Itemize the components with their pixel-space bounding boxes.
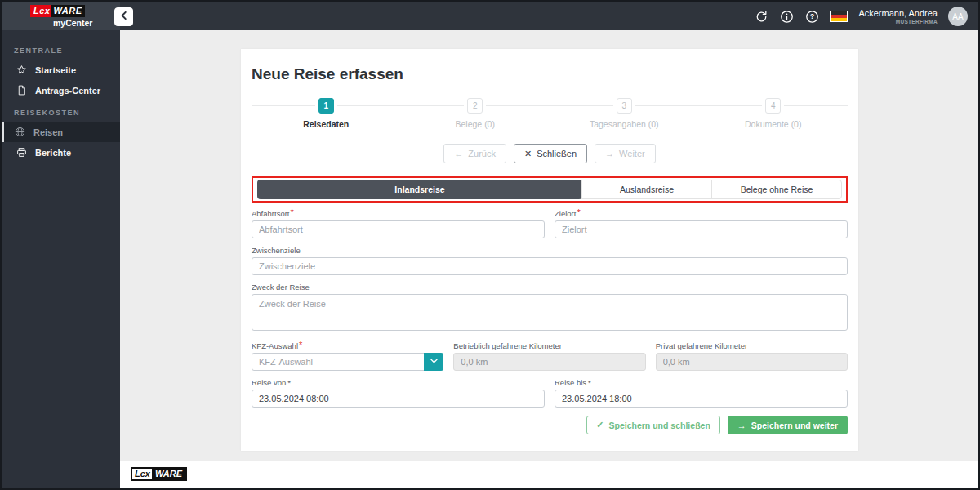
sidebar-item-label: Antrags-Center	[35, 86, 100, 96]
arrow-right-icon: →	[737, 421, 746, 430]
abfahrtsort-input[interactable]	[252, 220, 545, 238]
kfz-dropdown-button[interactable]	[424, 353, 443, 371]
step-dokumente[interactable]: 4 Dokumente (0)	[699, 98, 849, 129]
info-icon[interactable]	[779, 9, 794, 24]
sidebar-item-startseite[interactable]: Startseite	[2, 60, 120, 80]
step-number[interactable]: 2	[467, 98, 483, 114]
lexware-logo: LexWARE	[30, 5, 120, 17]
kfz-label: KFZ-Auswahl*	[252, 341, 443, 350]
required-marker: *	[290, 207, 293, 217]
refresh-icon[interactable]	[754, 9, 768, 24]
brand-logo: LexWARE myCenter	[2, 2, 120, 30]
wizard-stepper: 1 Reisedaten 2 Belege (0) 3 Tagesangaben…	[252, 98, 848, 129]
abfahrtsort-label: Abfahrtsort*	[252, 209, 545, 218]
betrieblich-km-label: Betrieblich gefahrene Kilometer	[453, 341, 645, 350]
step-number[interactable]: 1	[318, 98, 334, 114]
user-info[interactable]: Ackermann, Andrea MUSTERFIRMA	[858, 8, 938, 24]
back-step-label: Zurück	[468, 149, 496, 158]
zwischenziele-input[interactable]	[252, 257, 848, 275]
privat-km-label: Privat gefahrene Kilometer	[656, 341, 848, 350]
annotation-highlight-box: Inlandsreise Auslandsreise Belege ohne R…	[252, 176, 848, 203]
app-window: LexWARE myCenter ? Ackermann, Andrea	[0, 0, 980, 490]
document-icon	[16, 85, 27, 96]
logo-lex: Lex	[30, 5, 51, 17]
footer-logo-lex: Lex	[131, 467, 154, 481]
tab-inlandsreise[interactable]: Inlandsreise	[257, 180, 582, 199]
step-label: Dokumente (0)	[745, 119, 801, 129]
sidebar-item-label: Reisen	[33, 127, 63, 137]
sidebar-item-label: Berichte	[35, 148, 71, 158]
tab-belege-ohne-reise[interactable]: Belege ohne Reise	[711, 180, 841, 198]
close-label: Schließen	[537, 149, 577, 158]
sidebar-item-antrags-center[interactable]: Antrags-Center	[2, 80, 120, 100]
chevron-left-icon	[118, 10, 130, 24]
zielort-input[interactable]	[555, 220, 848, 238]
help-icon[interactable]: ?	[804, 9, 819, 24]
zwischenziele-label: Zwischenziele	[252, 246, 848, 255]
save-next-label: Speichern und weiter	[751, 421, 838, 430]
trip-form-card: Neue Reise erfassen 1 Reisedaten 2 Beleg…	[241, 49, 858, 451]
save-close-label: Speichern und schließen	[609, 421, 710, 430]
printer-icon	[16, 147, 27, 158]
step-label: Tagesangaben (0)	[590, 119, 659, 129]
language-flag-german[interactable]	[830, 11, 848, 22]
required-marker: *	[287, 378, 291, 387]
close-button[interactable]: ✕ Schließen	[514, 144, 587, 163]
content-area: Neue Reise erfassen 1 Reisedaten 2 Beleg…	[120, 30, 978, 461]
privat-km-input	[656, 353, 848, 371]
sidebar-section-zentrale: ZENTRALE	[2, 38, 120, 60]
user-company: MUSTERFIRMA	[858, 19, 938, 24]
required-marker: *	[577, 207, 580, 217]
reise-von-label: Reise von*	[252, 378, 545, 387]
user-name: Ackermann, Andrea	[858, 8, 938, 19]
kfz-select-input[interactable]	[252, 353, 443, 371]
save-actions: ✓ Speichern und schließen → Speichern un…	[252, 416, 848, 434]
required-marker: *	[299, 340, 302, 350]
sidebar-item-berichte[interactable]: Berichte	[2, 142, 120, 163]
star-icon	[16, 65, 27, 75]
wizard-nav: ← Zurück ✕ Schließen → Weiter	[252, 144, 848, 163]
zielort-label: Zielort*	[555, 209, 848, 218]
step-reisedaten[interactable]: 1 Reisedaten	[252, 98, 401, 129]
page-title: Neue Reise erfassen	[252, 65, 848, 83]
arrow-left-icon: ←	[454, 149, 463, 158]
footer-logo-ware: WARE	[154, 467, 187, 481]
save-next-button[interactable]: → Speichern und weiter	[728, 416, 848, 434]
header-actions: ? Ackermann, Andrea MUSTERFIRMA AA	[754, 7, 978, 26]
required-marker: *	[588, 378, 591, 387]
page-footer: LexWARE	[120, 461, 978, 488]
back-step-button[interactable]: ← Zurück	[443, 144, 506, 163]
step-label: Belege (0)	[456, 119, 495, 129]
step-belege[interactable]: 2 Belege (0)	[401, 98, 550, 129]
zweck-textarea[interactable]	[252, 294, 848, 331]
step-number[interactable]: 3	[617, 98, 632, 114]
kfz-select	[252, 353, 443, 371]
trip-type-tabs: Inlandsreise Auslandsreise Belege ohne R…	[257, 180, 842, 199]
avatar[interactable]: AA	[948, 7, 968, 26]
reise-bis-input[interactable]	[555, 390, 848, 408]
check-icon: ✓	[596, 420, 604, 430]
footer-lexware-logo: LexWARE	[131, 467, 187, 481]
tab-auslandsreise[interactable]: Auslandsreise	[581, 180, 711, 198]
back-button[interactable]	[114, 7, 133, 26]
save-close-button[interactable]: ✓ Speichern und schließen	[586, 416, 720, 434]
reise-von-input[interactable]	[252, 390, 545, 408]
chevron-down-icon	[429, 355, 439, 368]
step-number[interactable]: 4	[765, 98, 781, 114]
svg-text:?: ?	[810, 12, 814, 20]
betrieblich-km-input	[453, 353, 645, 371]
sidebar: ZENTRALE Startseite Antrags-Center REISE…	[2, 30, 120, 488]
sidebar-item-reisen[interactable]: Reisen	[2, 122, 120, 142]
close-x-icon: ✕	[524, 149, 532, 159]
arrow-right-icon: →	[605, 149, 614, 158]
top-bar: LexWARE myCenter ? Ackermann, Andrea	[2, 2, 978, 30]
reise-bis-label: Reise bis*	[555, 378, 848, 387]
sidebar-item-label: Startseite	[35, 65, 76, 75]
step-label: Reisedaten	[303, 119, 349, 129]
step-tagesangaben[interactable]: 3 Tagesangaben (0)	[550, 98, 699, 129]
zweck-label: Zweck der Reise	[252, 283, 848, 292]
next-step-label: Weiter	[619, 149, 645, 158]
logo-mycenter: myCenter	[53, 18, 120, 28]
next-step-button[interactable]: → Weiter	[595, 144, 656, 163]
sidebar-section-reisekosten: REISEKOSTEN	[2, 100, 120, 122]
